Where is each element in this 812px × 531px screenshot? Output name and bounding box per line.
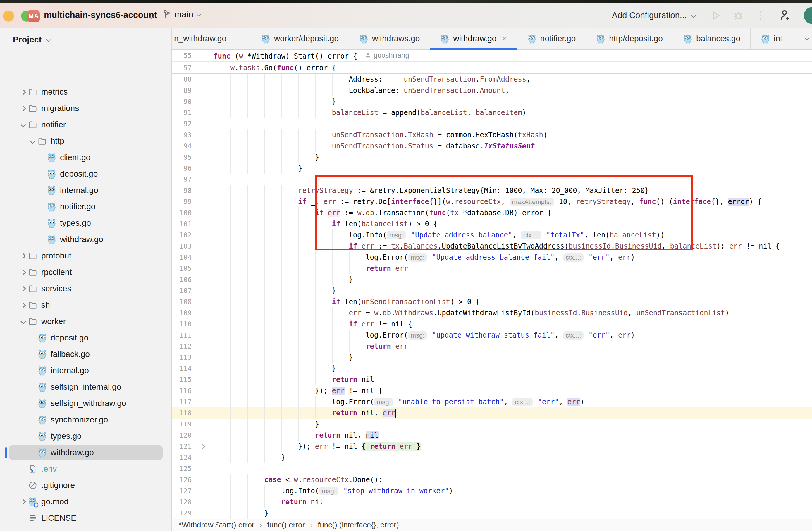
code-line-103[interactable]: 103 if err := tx.Balances.UpdateBalanceL… <box>172 241 812 252</box>
line-number[interactable]: 109 <box>172 309 192 317</box>
line-number[interactable]: 107 <box>172 287 192 294</box>
sidebar-item-rpcclient[interactable]: rpcclient <box>0 264 171 280</box>
sidebar-item-protobuf[interactable]: protobuf <box>0 248 171 264</box>
sidebar-item-metrics[interactable]: metrics <box>0 84 171 100</box>
code-line-116[interactable]: 116 }); err != nil { <box>172 385 812 396</box>
code-line-89[interactable]: 89 LockBalance: unSendTransaction.Amount… <box>172 85 812 96</box>
code-line-110[interactable]: 110 if err != nil { <box>172 319 812 330</box>
code-line-119[interactable]: 119 } <box>172 419 812 430</box>
code-line-93[interactable]: 93 unSendTransaction.TxHash = common.Hex… <box>172 129 812 140</box>
chevron-down-icon[interactable] <box>28 139 37 143</box>
line-number[interactable]: 124 <box>172 454 192 461</box>
line-number[interactable]: 57 <box>172 64 192 72</box>
tab-n-withdraw-go[interactable]: n_withdraw.go <box>172 28 251 50</box>
code-line-127[interactable]: 127 log.Info(msg: "stop withdraw in work… <box>172 485 812 497</box>
code-line-121[interactable]: 121 }); err != nil { return err } <box>172 441 812 452</box>
sidebar-item-selfsign-withdraw-go[interactable]: selfsign_withdraw.go <box>0 395 171 411</box>
line-number[interactable]: 88 <box>172 75 192 83</box>
line-number[interactable]: 108 <box>172 298 192 306</box>
line-number[interactable]: 101 <box>172 220 192 228</box>
code-line-114[interactable]: 114 } <box>172 363 812 374</box>
line-number[interactable]: 93 <box>172 131 192 139</box>
line-number[interactable]: 119 <box>172 420 192 428</box>
line-number[interactable]: 95 <box>172 153 192 161</box>
line-number[interactable]: 94 <box>172 142 192 150</box>
line-number[interactable]: 121 <box>172 443 192 450</box>
sidebar-item-sh[interactable]: sh <box>0 297 171 313</box>
sidebar-item-deposit-go[interactable]: deposit.go <box>0 330 171 346</box>
code-line-107[interactable]: 107 } <box>172 285 812 296</box>
code-line-98[interactable]: 98 retryStrategy := &retry.ExponentialSt… <box>172 185 812 196</box>
code-line-97[interactable]: 97 <box>172 174 812 185</box>
code-editor[interactable]: 88 Address: unSendTransaction.FromAddres… <box>172 74 812 519</box>
line-number[interactable]: 96 <box>172 165 192 172</box>
add-user-icon[interactable] <box>777 9 791 23</box>
code-line-99[interactable]: 99 if _, err := retry.Do[interface{}](w.… <box>172 196 812 207</box>
code-line-113[interactable]: 113 } <box>172 352 812 363</box>
tab-withdraws-go[interactable]: withdraws.go <box>349 28 430 50</box>
tab-withdraw-go[interactable]: withdraw.go× <box>430 28 517 50</box>
sidebar-item-fallback-go[interactable]: fallback.go <box>0 346 171 362</box>
code-line-111[interactable]: 111 log.Error(msg: "update withdraw stat… <box>172 330 812 341</box>
line-number[interactable]: 114 <box>172 365 192 372</box>
line-number[interactable]: 104 <box>172 253 192 261</box>
breadcrumb-item[interactable]: func() (interface{}, error) <box>318 520 399 530</box>
line-number[interactable]: 92 <box>172 120 192 128</box>
project-title[interactable]: multichain-syncs6-account <box>44 10 157 20</box>
line-number[interactable]: 91 <box>172 109 192 116</box>
code-line-104[interactable]: 104 log.Error(msg: "Update address balan… <box>172 252 812 263</box>
line-number[interactable]: 116 <box>172 387 192 395</box>
sidebar-item-internal-go[interactable]: internal.go <box>0 182 171 198</box>
sidebar-item-notifier-go[interactable]: notifier.go <box>0 198 171 215</box>
line-number[interactable]: 115 <box>172 376 192 383</box>
sidebar-item-withdraw-go[interactable]: withdraw.go <box>0 444 171 461</box>
sidebar-item-services[interactable]: services <box>0 280 171 297</box>
project-pane-chevron-down-icon[interactable] <box>46 37 50 42</box>
code-line-96[interactable]: 96 } <box>172 163 812 174</box>
sidebar-item-notifier[interactable]: notifier <box>0 116 171 133</box>
chevron-right-icon[interactable] <box>18 270 28 274</box>
line-number[interactable]: 102 <box>172 231 192 239</box>
tab-notifier-go[interactable]: notifier.go <box>517 28 586 50</box>
line-number[interactable]: 113 <box>172 354 192 361</box>
sidebar-item-synchronizer-go[interactable]: synchronizer.go <box>0 411 171 428</box>
sidebar-item--env[interactable]: .env <box>0 461 171 477</box>
code-line-105[interactable]: 105 return err <box>172 263 812 274</box>
minimize-button[interactable] <box>3 11 14 22</box>
code-line-95[interactable]: 95 } <box>172 152 812 163</box>
sidebar-item--gitignore[interactable]: .gitignore <box>0 477 171 493</box>
code-line-118[interactable]: 118 return nil, err <box>172 407 812 419</box>
breadcrumb-item[interactable]: *Withdraw.Start() error <box>179 520 255 530</box>
code-line-125[interactable]: 125 <box>172 463 812 474</box>
line-number[interactable]: 105 <box>172 265 192 272</box>
line-number[interactable]: 99 <box>172 198 192 206</box>
line-number[interactable]: 110 <box>172 320 192 328</box>
chevron-right-icon[interactable] <box>18 107 28 110</box>
sidebar-item-migrations[interactable]: migrations <box>0 100 171 116</box>
tab-worker-deposit-go[interactable]: worker/deposit.go <box>251 28 349 50</box>
code-line-120[interactable]: 120 return nil, nil <box>172 430 812 441</box>
chevron-right-icon[interactable] <box>18 500 28 504</box>
sidebar-item-makefile[interactable]: Makefile <box>0 526 171 531</box>
line-number[interactable]: 55 <box>172 52 192 59</box>
sidebar-item-selfsign-internal-go[interactable]: selfsign_internal.go <box>0 379 171 395</box>
code-line-101[interactable]: 101 if len(balanceList) > 0 { <box>172 218 812 229</box>
chevron-down-icon[interactable] <box>18 123 28 127</box>
code-line-92[interactable]: 92 <box>172 118 812 129</box>
code-line-129[interactable]: 129 } <box>172 507 812 519</box>
line-number[interactable]: 106 <box>172 276 192 283</box>
code-line-100[interactable]: 100 if err := w.db.Transaction(func(tx *… <box>172 207 812 218</box>
run-configuration-select[interactable]: Add Configuration... <box>612 11 687 20</box>
breadcrumb-item[interactable]: func() error <box>267 520 305 530</box>
code-line-108[interactable]: 108 if len(unSendTransactionList) > 0 { <box>172 296 812 307</box>
line-number[interactable]: 125 <box>172 465 192 473</box>
vcs-branch-widget[interactable]: main <box>161 9 202 19</box>
line-number[interactable]: 126 <box>172 476 192 484</box>
sidebar-item-internal-go[interactable]: internal.go <box>0 362 171 379</box>
sidebar-item-withdraw-go[interactable]: withdraw.go <box>0 231 171 248</box>
code-line-91[interactable]: 91 balanceList = append(balanceList, bal… <box>172 107 812 118</box>
line-number[interactable]: 98 <box>172 187 192 194</box>
line-number[interactable]: 118 <box>172 409 192 417</box>
code-line-57[interactable]: 57 w.tasks.Go(func() error { <box>172 62 812 74</box>
code-line-90[interactable]: 90 } <box>172 96 812 107</box>
